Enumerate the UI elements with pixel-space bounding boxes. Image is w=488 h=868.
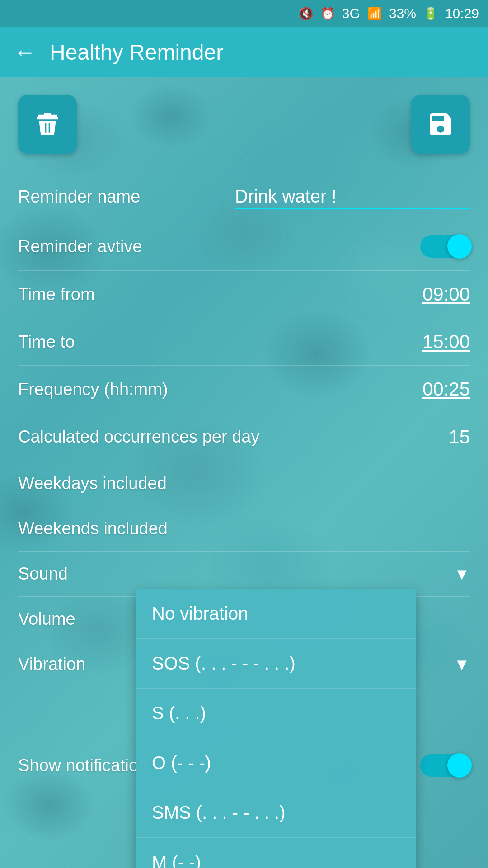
occurrences-label: Calculated occurrences per day: [18, 426, 449, 448]
delete-button[interactable]: [18, 95, 77, 154]
content-area: Reminder name Reminder avtive Time from …: [0, 77, 488, 868]
time-to-label: Time to: [18, 332, 422, 352]
weekends-label: Weekends included: [18, 519, 470, 538]
reminder-name-label: Reminder name: [18, 187, 235, 207]
app-title: Healthy Reminder: [50, 40, 223, 65]
vibration-dropdown[interactable]: No vibration SOS (. . . - - - . . .) S (…: [136, 589, 416, 868]
frequency-value[interactable]: 00:25: [422, 378, 470, 400]
reminder-active-row: Reminder avtive: [18, 222, 470, 270]
time-to-value[interactable]: 15:00: [422, 331, 470, 353]
frequency-label: Frequency (hh:mm): [18, 380, 422, 399]
vibration-option-sos[interactable]: SOS (. . . - - - . . .): [136, 639, 416, 689]
save-button[interactable]: [411, 95, 470, 154]
time-display: 10:29: [445, 6, 479, 21]
reminder-name-row: Reminder name: [18, 172, 470, 222]
vibration-dropdown-arrow[interactable]: ▼: [454, 655, 470, 674]
app-bar: ← Healthy Reminder: [0, 27, 488, 77]
battery-text: 33%: [389, 6, 416, 21]
save-icon: [426, 110, 455, 139]
time-from-label: Time from: [18, 285, 422, 304]
action-buttons: [0, 77, 488, 163]
mute-icon: 🔇: [299, 7, 313, 21]
sound-label: Sound: [18, 564, 454, 584]
reminder-name-input[interactable]: [235, 184, 470, 209]
weekends-row: Weekends included: [18, 506, 470, 551]
reminder-active-toggle[interactable]: [420, 235, 470, 258]
trash-icon: [33, 110, 62, 139]
notification-toggle-track[interactable]: [420, 754, 470, 777]
vibration-option-o[interactable]: O (- - -): [136, 738, 416, 788]
vibration-option-s[interactable]: S (. . .): [136, 689, 416, 738]
occurrences-row: Calculated occurrences per day 15: [18, 413, 470, 461]
toggle-thumb: [447, 234, 472, 259]
battery-icon: 🔋: [423, 7, 438, 21]
signal-icon: 📶: [367, 7, 382, 21]
vibration-option-m[interactable]: M (- -): [136, 838, 416, 868]
time-to-row: Time to 15:00: [18, 318, 470, 365]
time-from-value[interactable]: 09:00: [422, 283, 470, 305]
show-notification-toggle[interactable]: [420, 754, 470, 777]
toggle-track[interactable]: [420, 235, 470, 258]
sound-dropdown-arrow[interactable]: ▼: [454, 565, 470, 584]
back-button[interactable]: ←: [14, 39, 36, 65]
occurrences-value: 15: [449, 426, 470, 448]
weekdays-row: Weekdays included: [18, 461, 470, 506]
frequency-row: Frequency (hh:mm) 00:25: [18, 366, 470, 413]
status-bar: 🔇 ⏰ 3G 📶 33% 🔋 10:29: [0, 0, 488, 27]
notification-toggle-thumb: [447, 753, 472, 778]
vibration-option-sms[interactable]: SMS (. . . - - . . .): [136, 788, 416, 838]
alarm-icon: ⏰: [320, 7, 335, 21]
vibration-option-no-vibration[interactable]: No vibration: [136, 589, 416, 639]
weekdays-label: Weekdays included: [18, 474, 470, 493]
time-from-row: Time from 09:00: [18, 271, 470, 318]
network-type: 3G: [342, 6, 360, 21]
reminder-active-label: Reminder avtive: [18, 237, 420, 256]
